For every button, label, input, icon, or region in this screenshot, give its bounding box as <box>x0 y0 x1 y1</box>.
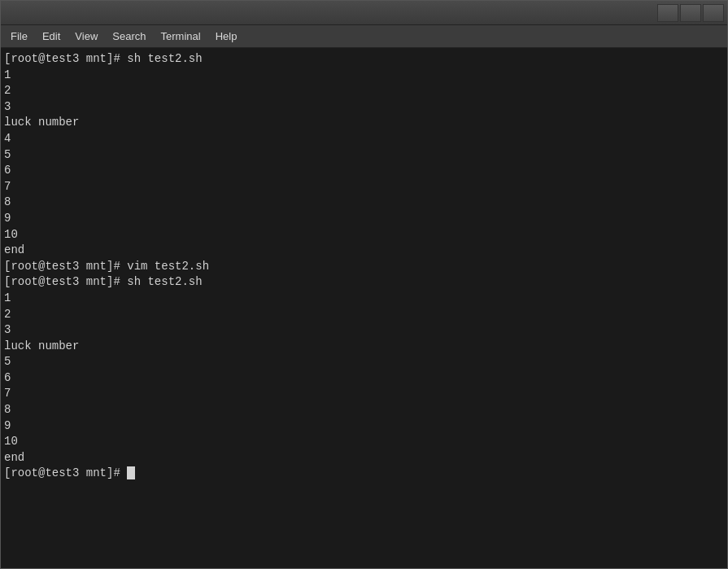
terminal-body[interactable]: [root@test3 mnt]# sh test2.sh 1 2 3 luck… <box>1 48 727 568</box>
menu-help[interactable]: Help <box>209 28 244 45</box>
menu-file[interactable]: File <box>4 28 34 45</box>
menu-bar: File Edit View Search Terminal Help <box>1 25 727 48</box>
maximize-button[interactable] <box>680 4 701 22</box>
terminal-window: File Edit View Search Terminal Help [roo… <box>0 0 728 569</box>
minimize-button[interactable] <box>657 4 678 22</box>
title-bar <box>1 1 727 25</box>
menu-edit[interactable]: Edit <box>36 28 67 45</box>
menu-view[interactable]: View <box>68 28 104 45</box>
menu-terminal[interactable]: Terminal <box>155 28 207 45</box>
menu-search[interactable]: Search <box>106 28 152 45</box>
terminal-cursor <box>127 466 135 479</box>
window-controls <box>657 4 724 22</box>
close-button[interactable] <box>703 4 724 22</box>
